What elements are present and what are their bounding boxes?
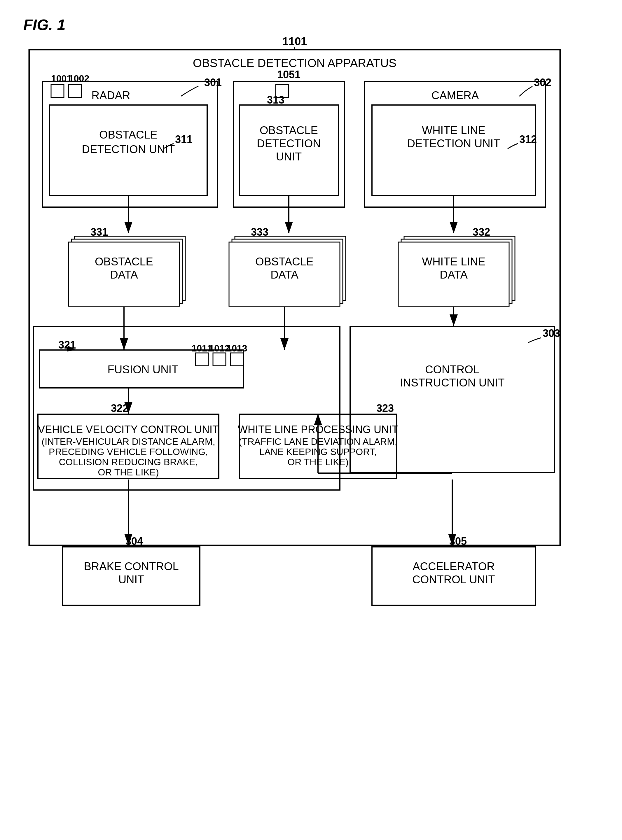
svg-rect-10 (69, 85, 81, 97)
svg-text:312: 312 (519, 133, 537, 145)
figure-title: FIG. 1 (23, 16, 66, 33)
svg-rect-8 (51, 85, 64, 97)
svg-text:COLLISION REDUCING BRAKE,: COLLISION REDUCING BRAKE, (59, 457, 198, 467)
svg-text:1002: 1002 (69, 73, 89, 84)
svg-rect-34 (75, 236, 185, 300)
svg-text:304: 304 (125, 535, 143, 547)
svg-text:VEHICLE VELOCITY CONTROL UNIT: VEHICLE VELOCITY CONTROL UNIT (38, 423, 219, 435)
svg-rect-77 (239, 414, 397, 478)
svg-text:PRECEDING VEHICLE FOLLOWING,: PRECEDING VEHICLE FOLLOWING, (49, 447, 208, 457)
svg-rect-88 (63, 547, 200, 605)
svg-rect-19 (239, 105, 338, 195)
svg-rect-92 (372, 547, 535, 605)
svg-text:OBSTACLE: OBSTACLE (99, 129, 157, 141)
svg-text:BRAKE CONTROL: BRAKE CONTROL (84, 560, 178, 572)
svg-text:CONTROL: CONTROL (425, 364, 479, 376)
svg-rect-64 (230, 353, 243, 366)
svg-text:1001: 1001 (51, 73, 72, 84)
svg-text:DETECTION UNIT: DETECTION UNIT (407, 137, 500, 150)
svg-rect-36 (69, 242, 180, 306)
svg-text:331: 331 (90, 226, 108, 238)
svg-text:311: 311 (175, 133, 192, 145)
svg-rect-24 (365, 82, 546, 207)
svg-rect-46 (404, 236, 515, 300)
svg-text:301: 301 (204, 76, 222, 88)
svg-text:1011: 1011 (191, 343, 212, 353)
svg-text:305: 305 (449, 535, 467, 547)
svg-text:UNIT: UNIT (119, 574, 145, 586)
svg-text:302: 302 (534, 76, 551, 88)
svg-text:(TRAFFIC LANE DEVIATION ALARM,: (TRAFFIC LANE DEVIATION ALARM, (239, 436, 397, 447)
svg-text:323: 323 (377, 402, 394, 414)
svg-text:DATA: DATA (270, 269, 299, 281)
svg-text:ACCELERATOR: ACCELERATOR (413, 560, 495, 572)
svg-text:WHITE LINE: WHITE LINE (422, 124, 485, 137)
svg-rect-5 (42, 82, 217, 207)
svg-text:WHITE LINE: WHITE LINE (422, 256, 485, 268)
svg-text:333: 333 (251, 226, 268, 238)
svg-text:DATA: DATA (110, 269, 138, 281)
svg-text:321: 321 (58, 339, 76, 351)
svg-rect-60 (40, 350, 244, 388)
svg-rect-48 (398, 242, 509, 306)
svg-rect-42 (229, 242, 340, 306)
svg-text:OBSTACLE: OBSTACLE (255, 256, 314, 268)
svg-text:1012: 1012 (209, 343, 230, 353)
svg-rect-1 (29, 50, 560, 545)
svg-text:332: 332 (473, 226, 490, 238)
svg-rect-12 (50, 105, 207, 195)
svg-text:1013: 1013 (226, 343, 247, 353)
svg-text:OBSTACLE DETECTION APPARATUS: OBSTACLE DETECTION APPARATUS (193, 56, 396, 69)
svg-text:OR THE LIKE): OR THE LIKE) (287, 457, 348, 467)
svg-line-69 (67, 348, 76, 350)
svg-text:CONTROL UNIT: CONTROL UNIT (412, 574, 495, 586)
svg-text:WHITE LINE PROCESSING UNIT: WHITE LINE PROCESSING UNIT (238, 423, 398, 435)
svg-text:INSTRUCTION UNIT: INSTRUCTION UNIT (400, 377, 505, 389)
svg-text:DETECTION: DETECTION (257, 137, 321, 150)
svg-text:313: 313 (267, 94, 284, 106)
svg-rect-27 (372, 105, 535, 195)
svg-rect-16 (233, 82, 344, 207)
svg-rect-41 (232, 239, 343, 303)
svg-text:DATA: DATA (440, 269, 468, 281)
svg-rect-35 (72, 239, 182, 303)
svg-text:1101: 1101 (282, 35, 307, 47)
svg-text:303: 303 (543, 327, 560, 339)
svg-rect-62 (195, 353, 208, 366)
svg-rect-40 (235, 236, 346, 300)
svg-rect-18 (276, 85, 288, 97)
svg-text:DETECTION UNIT: DETECTION UNIT (82, 143, 175, 155)
svg-text:(INTER-VEHICULAR DISTANCE ALAR: (INTER-VEHICULAR DISTANCE ALARM, (41, 436, 215, 447)
svg-text:CAMERA: CAMERA (431, 89, 479, 102)
svg-rect-47 (401, 239, 512, 303)
svg-text:LANE KEEPING SUPPORT,: LANE KEEPING SUPPORT, (259, 447, 377, 457)
svg-text:OBSTACLE: OBSTACLE (95, 256, 153, 268)
svg-text:RADAR: RADAR (91, 89, 130, 102)
svg-rect-54 (350, 327, 554, 473)
svg-rect-59 (34, 327, 340, 490)
svg-rect-70 (38, 414, 219, 478)
svg-rect-63 (213, 353, 226, 366)
svg-text:322: 322 (111, 402, 128, 414)
svg-text:OBSTACLE: OBSTACLE (260, 124, 318, 137)
svg-text:FUSION UNIT: FUSION UNIT (108, 364, 178, 376)
svg-text:1051: 1051 (277, 68, 300, 81)
svg-text:UNIT: UNIT (276, 151, 302, 163)
svg-text:OR THE LIKE): OR THE LIKE) (98, 467, 159, 478)
